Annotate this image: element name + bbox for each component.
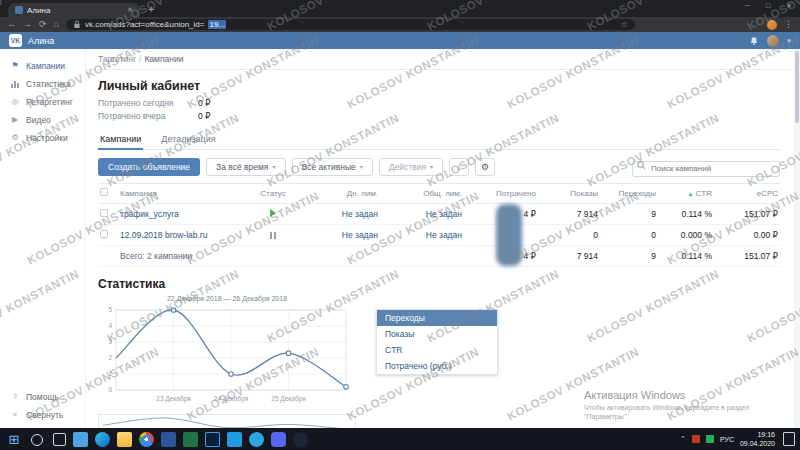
notification-center-icon[interactable] (783, 432, 795, 446)
home-icon[interactable]: ⌂ (54, 20, 59, 29)
section-tabs: Кампании Детализация (98, 130, 780, 150)
export-button[interactable]: ↓ (449, 158, 469, 176)
vk-logo[interactable]: VK (9, 34, 22, 47)
vk-user-avatar[interactable] (767, 35, 779, 47)
chart-range-selector[interactable] (98, 414, 356, 429)
vscode-icon[interactable] (227, 432, 242, 447)
mail-icon[interactable] (73, 432, 88, 447)
folder-icon[interactable] (117, 432, 132, 447)
daily-limit-link[interactable]: Не задан (300, 209, 378, 219)
create-ad-button[interactable]: Создать объявление (98, 158, 200, 176)
campaign-name-link[interactable]: трафик_услуга (120, 209, 246, 219)
statistics-title: Статистика (98, 277, 780, 291)
col-spent[interactable]: Потрачено (462, 189, 536, 198)
tray-app-icon[interactable] (706, 435, 714, 443)
tab-campaigns[interactable]: Кампании (98, 130, 143, 150)
discord-icon[interactable] (271, 432, 286, 447)
ecpc-value: 0.00 ₽ (712, 230, 778, 240)
col-ecpc[interactable]: eCPC (712, 189, 778, 198)
browser-addressbar: ← → ⟳ ⌂ vk.com/ads?act=office&union_id=1… (0, 17, 800, 32)
breadcrumb-parent[interactable]: Таргетинг (98, 54, 136, 64)
scrollbar-thumb[interactable] (795, 51, 799, 123)
col-ctr[interactable]: ▲CTR (656, 189, 712, 198)
col-impressions[interactable]: Показы (536, 189, 598, 198)
tab-details[interactable]: Детализация (159, 130, 217, 149)
period-filter-dropdown[interactable]: За всё время▾ (206, 158, 285, 176)
task-view-icon[interactable] (53, 433, 66, 446)
sidebar-item-statistics[interactable]: Статистика (0, 75, 85, 93)
bell-icon[interactable] (749, 36, 759, 46)
table-row[interactable]: трафик_услуга Не задан Не задан 4 ₽ 7 91… (98, 204, 780, 225)
maximize-button[interactable]: □ (758, 0, 778, 12)
total-limit-link[interactable]: Не задан (378, 209, 462, 219)
close-window-button[interactable]: ✕ (778, 0, 800, 12)
retargeting-target-icon: ◎ (10, 98, 20, 106)
start-icon[interactable] (7, 432, 22, 447)
edge-icon[interactable] (95, 432, 110, 447)
back-icon[interactable]: ← (7, 20, 16, 29)
search-input[interactable] (632, 161, 780, 177)
chevron-up-icon[interactable]: ⌃ (680, 435, 686, 443)
url-bar[interactable]: vk.com/ads?act=office&union_id=19... ☆ (66, 19, 635, 30)
impressions-value: 7 914 (536, 209, 598, 219)
period-filter-label: За всё время (216, 162, 268, 172)
chrome-icon[interactable] (139, 432, 154, 447)
sidebar-item-settings[interactable]: ⚙ Настройки (0, 129, 85, 147)
search-icon[interactable] (31, 434, 43, 446)
table-settings-button[interactable]: ⚙ (475, 158, 495, 176)
sidebar-item-retargeting[interactable]: ◎ Ретаргетинг (0, 93, 85, 111)
forward-icon[interactable]: → (23, 20, 32, 29)
chevron-down-icon: ▾ (272, 163, 275, 170)
select-all-checkbox[interactable] (100, 188, 120, 198)
status-pause-icon[interactable] (246, 230, 300, 240)
taskbar-clock[interactable]: 19:1609.04.2020 (740, 430, 775, 448)
sidebar-item-help[interactable]: ? Помощь (0, 388, 85, 406)
sidebar-item-video[interactable]: ▶ Видео (0, 111, 85, 129)
browser-tab[interactable]: Алина ✕ (8, 3, 140, 17)
sidebar-item-campaigns[interactable]: ⚑ Кампании (0, 57, 85, 75)
metric-option[interactable]: CTR (377, 342, 497, 358)
totals-ecpc: 151.07 ₽ (712, 251, 778, 261)
excel-icon[interactable] (183, 432, 198, 447)
status-filter-dropdown[interactable]: Все активные▾ (292, 158, 373, 176)
photoshop-icon[interactable] (205, 432, 220, 447)
minimize-button[interactable]: ─ (737, 0, 758, 12)
table-row[interactable]: 12.09.2018 brow-lab.ru Не задан Не задан… (98, 225, 780, 246)
vk-menu-caret-icon[interactable]: ▾ (787, 37, 791, 45)
telegram-icon[interactable] (249, 432, 264, 447)
page-scrollbar[interactable] (794, 49, 800, 428)
metric-option[interactable]: Потрачено (руб.) (377, 358, 497, 374)
sidebar-item-collapse[interactable]: « Свернуть (0, 406, 85, 424)
total-limit-link[interactable]: Не задан (378, 230, 462, 240)
bookmark-star-icon[interactable]: ☆ (621, 20, 628, 29)
tray-app-icon[interactable] (692, 435, 700, 443)
col-ctr-label: CTR (696, 189, 712, 198)
word-icon[interactable] (161, 432, 176, 447)
row-checkbox[interactable] (100, 209, 120, 219)
reload-icon[interactable]: ⟳ (39, 20, 47, 29)
col-clicks[interactable]: Переходы (598, 189, 656, 198)
tab-close-icon[interactable]: ✕ (127, 6, 133, 14)
col-daily-limit[interactable]: Дн. лим. (300, 189, 378, 198)
campaign-name-link[interactable]: 12.09.2018 brow-lab.ru (120, 230, 246, 240)
col-campaign[interactable]: Кампания (120, 189, 246, 198)
menu-dots-icon[interactable]: ⋮ (784, 20, 793, 29)
col-status[interactable]: Статус (246, 189, 300, 198)
daily-limit-link[interactable]: Не задан (300, 230, 378, 240)
col-total-limit[interactable]: Общ. лим. (378, 189, 462, 198)
status-filter-label: Все активные (302, 162, 356, 172)
ctr-value: 0.114 % (656, 209, 712, 219)
new-tab-button[interactable]: + (148, 4, 154, 15)
vk-account-name: Алина (28, 36, 54, 46)
sort-asc-icon: ▲ (688, 191, 694, 197)
metric-option-selected[interactable]: Переходы (377, 310, 497, 326)
row-checkbox[interactable] (100, 230, 120, 240)
language-indicator[interactable]: РУС (720, 436, 734, 443)
metric-option[interactable]: Показы (377, 326, 497, 342)
steam-icon[interactable] (293, 432, 308, 447)
sidebar-footer: ? Помощь « Свернуть (0, 388, 85, 428)
clicks-value: 0 (598, 230, 656, 240)
actions-dropdown[interactable]: Действия▾ (379, 158, 443, 176)
browser-profile-avatar[interactable] (767, 20, 777, 30)
status-play-icon[interactable] (246, 209, 300, 219)
